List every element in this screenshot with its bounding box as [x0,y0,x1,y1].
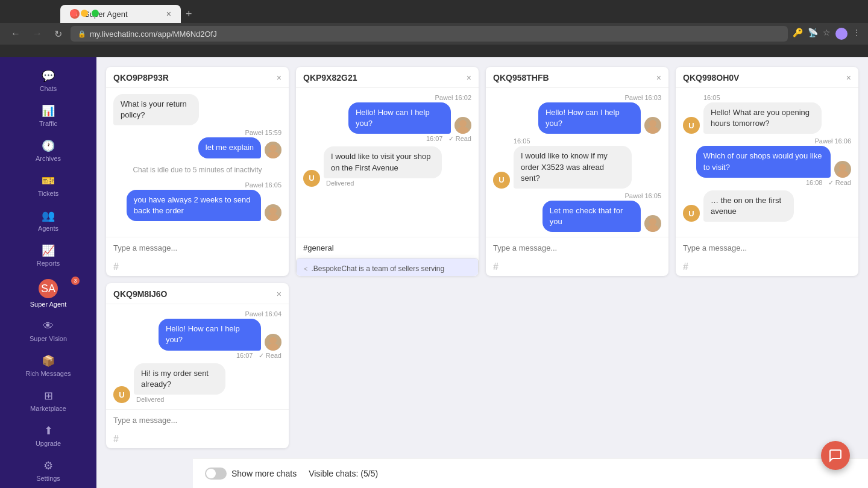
rich-messages-icon: 📦 [42,354,55,368]
svg-point-4 [268,214,278,221]
chat-card-3: QKQ958THFB × Paweł 16:03 Hello! How can … [486,67,668,276]
svg-point-11 [839,164,846,171]
chat-close-2[interactable]: × [467,74,471,82]
agent-avatar [644,215,661,232]
sidebar-label-tickets: Tickets [38,190,58,197]
message-bubble: I would like to know if my order X3523 w… [514,146,632,189]
sidebar-label-upgrade: Upgrade [36,440,61,447]
message-row: Paweł 16:06 Which of our shops would you… [683,137,851,186]
user-avatar: U [683,205,700,222]
sidebar-label-agents: Agents [38,225,58,232]
user-avatar: U [683,117,700,134]
read-status: 16:07 ✓ Read [236,352,281,360]
svg-point-9 [649,218,656,225]
chat-id-1: QKO9P8P93R [113,73,169,83]
read-status: 16:08 ✓ Read [806,179,851,187]
ssl-lock-icon: 🔒 [78,30,86,38]
visible-chats-label: Visible chats: (5/5) [309,469,378,478]
agent-avatar [644,117,661,134]
message-row: What is your return policy? [113,94,281,125]
chat-input-2[interactable] [303,243,471,252]
chat-id-4: QKQ998OH0V [683,73,739,83]
agent-avatar [265,142,281,158]
sidebar-item-upgrade[interactable]: ⬆ Upgrade [0,419,96,452]
sidebar-label-rich-messages: Rich Messages [25,370,71,377]
chat-close-4[interactable]: × [846,74,851,82]
message-bubble: Hello! How can I help you? [348,102,451,134]
archives-icon: 🕐 [42,139,55,152]
back-button[interactable]: ← [7,27,24,40]
chat-fab-button[interactable] [821,441,850,470]
reload-button[interactable]: ↻ [51,27,66,41]
chat-input-area-2: <.BespokeChat is a team of sellers servi… [296,237,479,258]
sidebar-item-agents[interactable]: 👥 Agents [0,204,96,237]
agent-avatar [265,204,281,221]
toggle-inner [206,469,216,478]
chat-messages-2: Paweł 16:02 Hello! How can I help you? 1… [296,88,479,237]
user-avatar: U [303,170,320,187]
chat-messages-1: What is your return policy? Paweł 15:59 … [106,88,289,237]
upgrade-icon: ⬆ [44,424,53,437]
window-close[interactable] [70,10,77,17]
cast-icon[interactable]: 📡 [808,28,818,40]
star-icon[interactable]: ☆ [823,28,831,40]
settings-icon: ⚙ [43,459,53,472]
chat-input-1[interactable] [113,243,281,252]
sidebar-item-super-agent[interactable]: 3 SA Super Agent [0,274,96,313]
sidebar-item-traffic[interactable]: 📊 Traffic [0,99,96,132]
sidebar-item-reports[interactable]: 📈 Reports [0,239,96,272]
sidebar-item-marketplace[interactable]: ⊞ Marketplace [0,384,96,417]
sidebar-item-settings[interactable]: ⚙ Settings [0,454,96,487]
chat-input-area-5 [106,409,289,430]
window-maximize[interactable] [92,10,99,17]
chat-close-3[interactable]: × [656,74,661,82]
idle-message: Chat is idle due to 5 minutes of inactiv… [113,162,281,178]
sidebar-label-chats: Chats [40,85,57,92]
chat-input-5[interactable] [113,416,281,425]
sidebar-label-settings: Settings [36,475,60,482]
menu-icon[interactable]: ⋮ [852,28,861,40]
chat-input-3[interactable] [493,243,661,252]
sidebar-item-super-vision[interactable]: 👁 Super Vision [0,315,96,347]
message-meta: Paweł 16:05 [245,181,281,189]
address-bar[interactable]: 🔒 my.livechatinc.com/app/MM6Nd2OfJ [71,26,788,42]
chat-card-4-header: QKQ998OH0V × [676,67,858,88]
message-meta: Paweł 15:59 [245,129,281,136]
message-bubble: Which of our shops would you like to vis… [696,146,831,177]
message-bubble: Hi! is my order sent already? [134,363,225,395]
autocomplete-item-1[interactable]: <.BespokeChat is a team of sellers servi… [297,258,478,276]
tab-close-button[interactable]: × [166,9,171,19]
sidebar-item-rich-messages[interactable]: 📦 Rich Messages [0,349,96,382]
chat-card-1: QKO9P8P93R × What is your return policy? [106,67,289,276]
window-minimize[interactable] [81,10,88,17]
sidebar-label-reports: Reports [37,260,60,267]
chat-input-4[interactable] [683,243,851,252]
chat-input-area-3 [486,237,668,258]
key-icon[interactable]: 🔑 [793,28,803,40]
svg-point-8 [647,127,658,134]
svg-point-10 [647,225,658,232]
hashtag-icon-3: # [493,261,498,272]
new-tab-button[interactable]: + [181,5,197,23]
sidebar-item-tickets[interactable]: 🎫 Tickets [0,169,96,202]
toolbar-icons: 🔑 📡 ☆ ⋮ [793,28,861,40]
profile-icon[interactable] [835,28,848,40]
sidebar-label-super-agent: Super Agent [30,301,67,308]
show-more-toggle-switch[interactable] [205,468,227,480]
chat-messages-4: U 16:05 Hello! What are you opening hour… [676,88,858,237]
sidebar-item-archives[interactable]: 🕐 Archives [0,134,96,167]
sidebar-item-chats[interactable]: 💬 Chats [0,64,96,97]
chat-close-1[interactable]: × [277,74,281,82]
super-agent-icon: SA [39,279,58,298]
read-status: 16:07 ✓ Read [426,135,471,143]
sidebar: 💬 Chats 📊 Traffic 🕐 Archives 🎫 Tickets 👥… [0,57,96,488]
user-avatar: U [493,172,510,189]
delivered-status: Delivered [324,180,354,187]
bottom-bar: Show more chats Visible chats: (5/5) [193,458,868,488]
sidebar-label-super-vision: Super Vision [30,335,67,342]
chat-close-5[interactable]: × [277,290,281,298]
forward-button[interactable]: → [29,27,46,40]
chat-input-area-4 [676,237,858,258]
message-bubble: Hello! What are you opening hours tomorr… [703,102,822,134]
reports-icon: 📈 [42,244,55,257]
